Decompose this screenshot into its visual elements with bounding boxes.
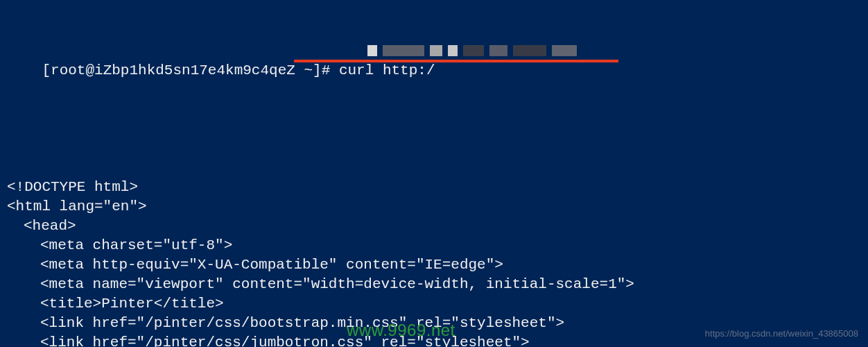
terminal-output: [root@iZbp1hkd5sn17e4km9c4qeZ ~]# curl h…: [0, 0, 868, 347]
shell-command: curl http:/: [339, 62, 435, 78]
output-line: <title>Pinter</title>: [7, 294, 861, 314]
redaction-block: [383, 45, 424, 56]
output-line: <head>: [7, 217, 861, 236]
redaction-block: [448, 45, 458, 56]
output-line: <!DOCTYPE html>: [7, 178, 861, 197]
output-line: <meta name="viewport" content="width=dev…: [7, 275, 861, 294]
redaction-block: [489, 45, 507, 56]
watermark-9969: www.9969.net: [347, 321, 455, 340]
redaction-block: [430, 45, 442, 56]
watermark-csdn: https://blog.csdn.net/weixin_43865008: [705, 328, 858, 339]
redacted-url: [367, 45, 582, 56]
shell-prompt: [root@iZbp1hkd5sn17e4km9c4qeZ ~]#: [42, 62, 330, 78]
output-line: <meta http-equiv="X-UA-Compatible" conte…: [7, 255, 861, 275]
output-line: <html lang="en">: [7, 197, 861, 217]
output-line: <meta charset="utf-8">: [7, 236, 861, 255]
redaction-block: [513, 45, 546, 56]
redaction-block: [552, 45, 577, 56]
redaction-block: [367, 45, 377, 56]
redaction-block: [463, 45, 484, 56]
shell-prompt-line: [root@iZbp1hkd5sn17e4km9c4qeZ ~]# curl h…: [7, 42, 861, 139]
redaction-underline: [294, 60, 618, 62]
